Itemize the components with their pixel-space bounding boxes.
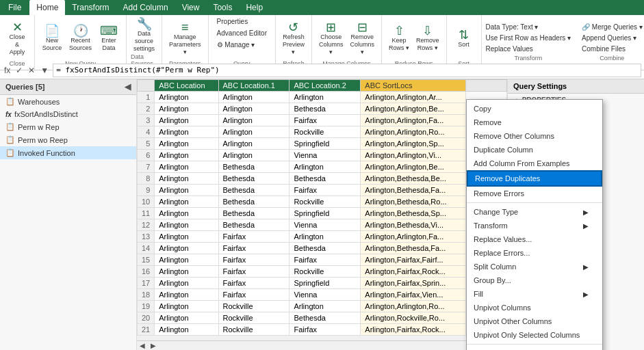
transform-group: Data Type: Text ▾ Use First Row as Heade…: [482, 22, 575, 63]
tab-home[interactable]: Home: [29, 0, 65, 15]
ctx-remove-other-columns[interactable]: Remove Other Columns: [467, 129, 602, 143]
ctx-replace-values[interactable]: Replace Values...: [467, 232, 602, 246]
col-header-location1[interactable]: ABC Location.1: [218, 80, 289, 92]
ctx-duplicate-column[interactable]: Duplicate Column: [467, 143, 602, 157]
ctx-add-column-examples[interactable]: Add Column From Examples: [467, 157, 602, 170]
scroll-right-arrow[interactable]: ▶: [148, 342, 159, 349]
col-header-sortlocs[interactable]: ABC SortLocs: [361, 80, 466, 92]
ctx-duplicate-label: Duplicate Column: [474, 146, 533, 154]
grid-container[interactable]: ABC Location ABC Location.1 ABC Location…: [137, 79, 507, 340]
use-first-row-button[interactable]: Use First Row as Headers ▾: [482, 33, 575, 43]
data-cell: Fairfax: [218, 243, 289, 254]
checkmark-icon[interactable]: ✓: [14, 64, 24, 77]
table-row: 4ArlingtonArlingtonRockvilleArlington,Ar…: [138, 126, 507, 138]
data-cell: Arlington: [218, 126, 289, 138]
manage-button[interactable]: ⚙ Manage ▾: [213, 40, 259, 50]
ctx-group-by[interactable]: Group By...: [467, 273, 602, 287]
formula-input[interactable]: [53, 64, 641, 77]
expand-formula-icon[interactable]: ▼: [39, 64, 50, 77]
replace-values-button[interactable]: Replace Values: [482, 44, 575, 54]
sidebar-collapse-icon[interactable]: ◀: [125, 82, 131, 92]
data-cell: Rockville: [289, 126, 361, 138]
row-num-cell: 7: [138, 161, 155, 173]
data-cell: Arlington: [218, 115, 289, 126]
remove-rows-icon: ⇩: [422, 25, 433, 37]
tab-add-column[interactable]: Add Column: [116, 0, 175, 15]
merge-queries-button[interactable]: 🔗 Merge Queries ▾: [578, 22, 644, 32]
tab-transform[interactable]: Transform: [65, 0, 116, 15]
sortlocs-cell: Arlington,Fairfax,Vien...: [361, 289, 466, 301]
data-cell: Arlington: [155, 289, 218, 301]
sidebar: Queries [5] ◀ 📋 Warehouses fx fxSortAndI…: [0, 79, 137, 350]
refresh-icon: ↺: [288, 21, 298, 33]
enter-data-button[interactable]: ⌨ EnterData: [96, 23, 122, 53]
sort-button[interactable]: ⇅ Sort: [451, 27, 477, 49]
ctx-separator-2: [467, 344, 602, 345]
ctx-unpivot-selected[interactable]: Unpivot Only Selected Columns: [467, 328, 602, 342]
refresh-preview-button[interactable]: ↺ RefreshPreview ▾: [280, 20, 307, 57]
ctx-transform[interactable]: Transform▶: [467, 219, 602, 232]
ctx-rename[interactable]: Rename...: [467, 347, 602, 350]
append-queries-button[interactable]: Append Queries ▾: [578, 33, 644, 43]
context-menu: Copy Remove Remove Other Columns Duplica…: [466, 99, 603, 350]
tab-tools[interactable]: Tools: [206, 0, 239, 15]
ctx-split-column[interactable]: Split Column▶: [467, 260, 602, 273]
tab-view[interactable]: View: [175, 0, 207, 15]
horizontal-scrollbar[interactable]: ◀ ▶: [137, 340, 507, 350]
col-header-location2[interactable]: ABC Location.2: [289, 80, 361, 92]
data-cell: Arlington: [218, 138, 289, 150]
keep-rows-label: KeepRows ▾: [389, 37, 409, 52]
sidebar-item-perm-wo-reep[interactable]: 📋 Perm wo Reep: [0, 133, 136, 146]
ctx-change-type[interactable]: Change Type▶: [467, 205, 602, 219]
data-cell: Bethesda: [218, 219, 289, 231]
sort-label: Sort: [458, 41, 469, 48]
ctx-remove-duplicates[interactable]: Remove Duplicates: [467, 170, 602, 187]
combine-files-button[interactable]: Combine Files: [578, 44, 644, 54]
col-header-location[interactable]: ABC Location: [155, 80, 218, 92]
ctx-copy[interactable]: Copy: [467, 102, 602, 116]
sidebar-items: 📋 Warehouses fx fxSortAndIsDistinct 📋 Pe…: [0, 95, 136, 350]
ctx-unpivot-other[interactable]: Unpivot Other Columns: [467, 314, 602, 328]
combine-group: 🔗 Merge Queries ▾ Append Queries ▾ Combi…: [578, 22, 644, 63]
ctx-remove-errors[interactable]: Remove Errors: [467, 187, 602, 200]
ctx-fill[interactable]: Fill▶: [467, 287, 602, 301]
ctx-remove[interactable]: Remove: [467, 116, 602, 129]
row-num-cell: 20: [138, 312, 155, 324]
table-row: 14ArlingtonFairfaxBethesdaArlington,Beth…: [138, 243, 507, 254]
table-row: 5ArlingtonArlingtonSpringfieldArlington,…: [138, 138, 507, 150]
col-type-icon-sort: ABC: [365, 81, 381, 90]
data-cell: Arlington: [289, 231, 361, 243]
manage-parameters-button[interactable]: ≡ ManageParameters ▾: [166, 20, 204, 57]
data-cell: Vienna: [289, 150, 361, 161]
ctx-replace-errors[interactable]: Replace Errors...: [467, 246, 602, 260]
perm-wo-reep-icon: 📋: [5, 135, 15, 144]
sidebar-item-fxsort[interactable]: fx fxSortAndIsDistinct: [0, 108, 136, 120]
tab-help[interactable]: Help: [239, 0, 270, 15]
close-apply-button[interactable]: ✕ Close &Apply: [4, 20, 30, 57]
scroll-left-arrow[interactable]: ◀: [137, 342, 148, 349]
col-header-extra: [466, 80, 507, 92]
remove-rows-button[interactable]: ⇩ RemoveRows ▾: [413, 23, 442, 53]
data-cell: Arlington: [218, 103, 289, 115]
sidebar-item-warehouses[interactable]: 📋 Warehouses: [0, 95, 136, 108]
table-row: 7ArlingtonBethesdaArlingtonArlington,Arl…: [138, 161, 507, 173]
ctx-unpivot-columns[interactable]: Unpivot Columns: [467, 301, 602, 314]
sidebar-item-perm-w-rep[interactable]: 📋 Perm w Rep: [0, 120, 136, 133]
data-source-settings-button[interactable]: 🔧 Data sourcesettings: [131, 16, 157, 53]
keep-rows-button[interactable]: ⇧ KeepRows ▾: [386, 23, 412, 53]
data-type-button[interactable]: Data Type: Text ▾: [482, 22, 575, 32]
tab-file[interactable]: File: [0, 0, 29, 15]
properties-button[interactable]: Properties: [213, 16, 253, 27]
ctx-copy-label: Copy: [474, 105, 491, 113]
recent-sources-button[interactable]: 🕐 RecentSources: [66, 23, 94, 53]
ribbon-group-close: ✕ Close &Apply Close: [0, 15, 35, 70]
cancel-formula-icon[interactable]: ✕: [27, 64, 36, 77]
new-source-button[interactable]: 📄 NewSource: [39, 23, 65, 53]
choose-columns-button[interactable]: ⊞ ChooseColumns ▾: [316, 20, 346, 57]
sidebar-item-invoked-function[interactable]: 📋 Invoked Function: [0, 146, 136, 159]
data-cell: Vienna: [289, 219, 361, 231]
ctx-fill-label: Fill: [474, 290, 483, 298]
advanced-editor-button[interactable]: Advanced Editor: [213, 28, 271, 38]
row-num-cell: 12: [138, 219, 155, 231]
remove-columns-button[interactable]: ⊟ RemoveColumns ▾: [348, 20, 378, 57]
